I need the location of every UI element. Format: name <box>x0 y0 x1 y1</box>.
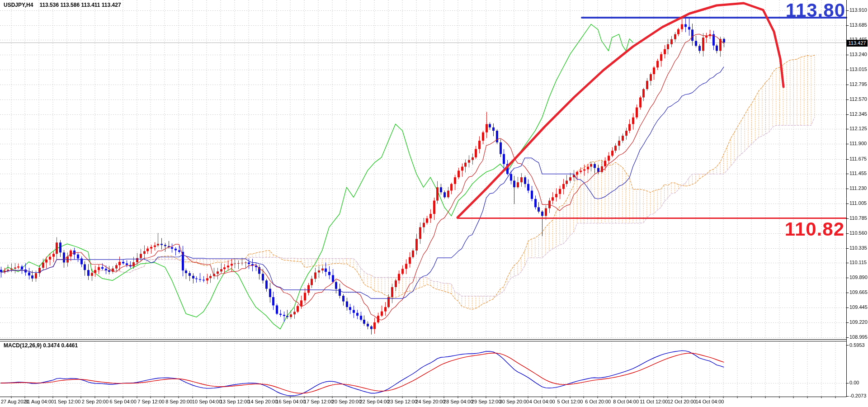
time-tick-label: 1 Sep 12:00 <box>54 399 80 404</box>
price-tick-label: 112.345 <box>849 111 867 117</box>
macd-tick-label: 0.5953 <box>849 342 865 348</box>
price-tick-label: 110.335 <box>849 245 867 251</box>
time-tick-label: 10 Sep 04:00 <box>192 399 222 404</box>
chart-title: USDJPY,H4113.536 113.586 113.411 113.427 <box>4 2 121 8</box>
time-tick-label: 11 Oct 12:00 <box>640 399 668 404</box>
time-tick-label: 24 Sep 20:00 <box>415 399 445 404</box>
time-tick-label: 8 Oct 04:00 <box>613 399 639 404</box>
price-tick-label: 113.240 <box>849 52 867 57</box>
time-tick-label: 6 Sep 04:00 <box>110 399 137 404</box>
time-tick-label: 13 Sep 12:00 <box>220 399 250 404</box>
macd-indicator-label: MACD(12,26,9) 0.3474 0.4461 <box>4 342 78 349</box>
time-tick-label: 31 Aug 04:00 <box>24 399 54 404</box>
time-tick-label: 16 Sep 04:00 <box>276 399 305 404</box>
time-tick-label: 4 Oct 04:00 <box>529 399 555 404</box>
trading-chart-window: USDJPY,H4113.536 113.586 113.411 113.427… <box>0 0 868 407</box>
time-tick-label: 20 Sep 20:00 <box>332 399 361 404</box>
price-tick-label: 111.005 <box>849 200 867 206</box>
macd-tick-label: 0.00 <box>849 380 859 385</box>
price-tick-label: 109.665 <box>849 289 868 295</box>
time-tick-label: 8 Sep 20:00 <box>165 399 192 404</box>
price-tick-label: 112.570 <box>849 96 867 102</box>
price-tick-label: 109.445 <box>849 304 868 310</box>
price-tick-label: 110.785 <box>849 215 867 221</box>
symbol-period-label: USDJPY,H4 <box>4 2 33 8</box>
time-tick-label: 30 Sep 20:00 <box>500 399 529 404</box>
time-tick-label: 6 Oct 20:00 <box>585 399 611 404</box>
price-tick-label: 109.220 <box>849 319 868 325</box>
support-price-label[interactable]: 110.82 <box>785 220 844 239</box>
time-tick-label: 28 Sep 04:00 <box>443 399 473 404</box>
macd-tick-label: -0.2073 <box>849 393 866 398</box>
price-tick-label: 109.890 <box>849 274 868 280</box>
price-tick-label: 110.115 <box>849 260 867 265</box>
chart-canvas[interactable] <box>0 0 868 407</box>
resistance-price-label[interactable]: 113.80 <box>786 1 845 20</box>
time-tick-label: 17 Sep 12:00 <box>304 399 333 404</box>
price-tick-label: 112.125 <box>849 126 867 131</box>
time-tick-label: 14 Sep 20:00 <box>248 399 277 404</box>
price-tick-label: 108.995 <box>849 334 868 340</box>
price-tick-label: 113.465 <box>849 37 867 42</box>
time-tick-label: 12 Oct 20:00 <box>668 399 696 404</box>
ohlc-readout: 113.536 113.586 113.411 113.427 <box>39 2 121 8</box>
time-tick-label: 5 Oct 12:00 <box>557 399 583 404</box>
price-tick-label: 113.910 <box>849 7 867 13</box>
price-tick-label: 111.230 <box>849 185 867 191</box>
price-tick-label: 112.795 <box>849 81 867 87</box>
price-tick-label: 113.015 <box>849 66 867 72</box>
time-tick-label: 2 Sep 20:00 <box>82 399 108 404</box>
price-tick-label: 111.455 <box>849 170 867 176</box>
time-tick-label: 29 Sep 12:00 <box>472 399 501 404</box>
time-tick-label: 7 Sep 12:00 <box>137 399 164 404</box>
price-tick-label: 110.560 <box>849 230 867 236</box>
time-tick-label: 23 Sep 12:00 <box>387 399 417 404</box>
price-tick-label: 111.675 <box>849 156 867 161</box>
time-tick-label: 14 Oct 04:00 <box>696 399 724 404</box>
price-tick-label: 113.685 <box>849 22 867 28</box>
price-tick-label: 111.900 <box>849 141 867 146</box>
time-tick-label: 22 Sep 04:00 <box>360 399 389 404</box>
